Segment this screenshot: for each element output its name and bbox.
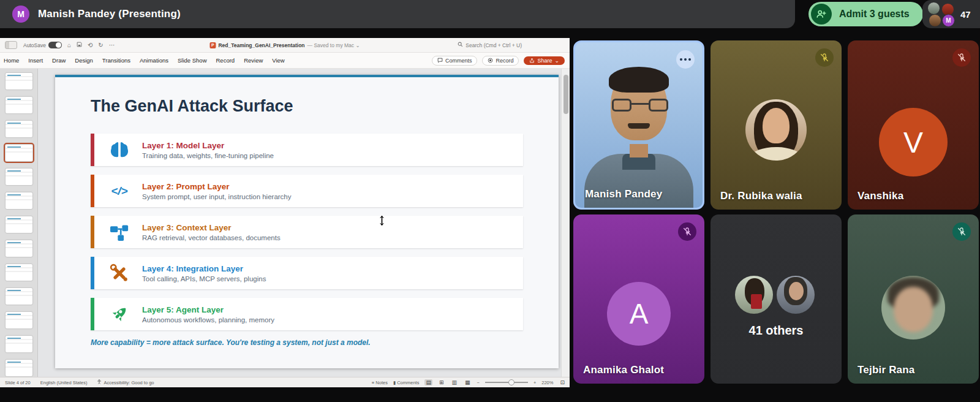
- accessibility-status[interactable]: Accessibility: Good to go: [104, 380, 154, 385]
- tools-icon: [108, 262, 131, 285]
- code-icon: </>: [108, 180, 131, 203]
- layer-subtitle: Tool calling, APIs, MCP servers, plugins: [142, 275, 266, 283]
- share-button[interactable]: Share ⌄: [524, 56, 565, 65]
- menu-view[interactable]: View: [272, 57, 284, 64]
- slide-thumbnail[interactable]: [6, 264, 32, 281]
- video-tile-tejbir[interactable]: Tejbir Rana: [848, 214, 979, 384]
- avatar: [735, 276, 773, 314]
- layer-row-integration: Layer 4: Integration Layer Tool calling,…: [91, 257, 523, 289]
- language-indicator[interactable]: English (United States): [40, 380, 88, 385]
- video-tile-manish[interactable]: Manish Pandey: [573, 40, 704, 210]
- slide-thumbnail[interactable]: [6, 336, 32, 352]
- autosave-toggle[interactable]: [48, 42, 62, 48]
- sidebar-toggle-icon[interactable]: [5, 41, 17, 49]
- slide-thumbnail[interactable]: [6, 121, 32, 137]
- resize-cursor: [378, 215, 386, 226]
- video-tile-vanshika[interactable]: V Vanshika: [848, 40, 979, 210]
- layer-subtitle: RAG retrieval, vector databases, documen…: [142, 234, 281, 241]
- slide-sorter-view-icon[interactable]: ⊞: [438, 379, 445, 385]
- presenter-name: Manish Pandey (Presenting): [38, 8, 181, 20]
- avatar-initial: V: [879, 108, 948, 176]
- mini-avatar: [929, 14, 941, 27]
- more-options-button[interactable]: [676, 50, 695, 69]
- undo-icon[interactable]: ⟲: [88, 42, 92, 48]
- zoom-level[interactable]: 220%: [541, 380, 553, 385]
- mic-muted-icon: [952, 48, 971, 67]
- share-chevron-icon: ⌄: [554, 58, 559, 64]
- menu-animations[interactable]: Animations: [140, 57, 168, 64]
- participant-name: Anamika Ghalot: [583, 364, 664, 376]
- vertical-scrollbar[interactable]: [561, 69, 570, 377]
- slideshow-view-icon[interactable]: ▦: [464, 379, 472, 385]
- slide-thumbnail[interactable]: [6, 216, 32, 233]
- layer-title: Layer 2: Prompt Layer: [142, 182, 292, 191]
- slide-thumbnail[interactable]: [6, 73, 32, 89]
- screen-share-powerpoint: AutoSave ⌂ ⟲ ↻ ⋯ P Red_Teaming_GenAI_Pre…: [0, 38, 570, 387]
- fit-to-window-icon[interactable]: ⊡: [559, 379, 566, 385]
- menu-home[interactable]: Home: [4, 57, 19, 64]
- avatar: [777, 276, 815, 314]
- slide-thumbnail[interactable]: [6, 288, 32, 305]
- participant-name: Dr. Rubika walia: [720, 190, 802, 202]
- layer-title: Layer 4: Integration Layer: [142, 264, 266, 273]
- zoom-slider-knob[interactable]: [508, 379, 514, 385]
- search-field[interactable]: Search (Cmd + Ctrl + U): [458, 42, 522, 48]
- notes-button[interactable]: ≡ Notes: [372, 380, 388, 385]
- comments-button[interactable]: Comments: [432, 56, 478, 66]
- layer-row-model: Layer 1: Model Layer Training data, weig…: [91, 134, 523, 166]
- slide-thumbnail[interactable]: [6, 240, 32, 257]
- record-button[interactable]: Record: [482, 56, 519, 66]
- home-icon[interactable]: ⌂: [67, 42, 71, 48]
- mic-muted-icon: [952, 222, 971, 241]
- video-tile-anamika[interactable]: A Anamika Ghalot: [573, 214, 704, 384]
- comments-statusbar-button[interactable]: ▮ Comments: [393, 380, 419, 385]
- zoom-out-button[interactable]: −: [477, 380, 479, 385]
- menu-record[interactable]: Record: [216, 57, 235, 64]
- more-commands-icon[interactable]: ⋯: [109, 42, 115, 48]
- participants-cluster[interactable]: M 47: [922, 0, 980, 28]
- slide-indicator[interactable]: Slide 4 of 20: [5, 380, 31, 385]
- admit-guests-button[interactable]: Admit 3 guests: [809, 2, 923, 26]
- menu-transitions[interactable]: Transitions: [102, 57, 130, 64]
- layer-subtitle: Training data, weights, fine-tuning pipe…: [142, 152, 274, 159]
- menu-design[interactable]: Design: [75, 57, 93, 64]
- normal-view-icon[interactable]: ▤: [424, 379, 432, 385]
- accessibility-icon: [97, 379, 102, 385]
- mini-avatar: M: [942, 14, 955, 27]
- document-title: Red_Teaming_GenAI_Presentation: [218, 42, 304, 48]
- slide-thumbnail-selected[interactable]: [6, 145, 32, 161]
- slide-thumbnail[interactable]: [6, 97, 32, 113]
- slide-thumbnail[interactable]: [6, 312, 32, 328]
- autosave-label: AutoSave: [23, 42, 46, 48]
- scrollbar-thumb[interactable]: [564, 75, 568, 114]
- layer-row-context: Layer 3: Context Layer RAG retrieval, ve…: [91, 216, 523, 248]
- document-saved-status[interactable]: — Saved to my Mac ⌄: [307, 42, 360, 48]
- slide-thumbnail[interactable]: [6, 360, 32, 376]
- current-slide: The GenAI Attack Surface Layer 1: Model …: [55, 75, 559, 368]
- slide-thumbnail-panel[interactable]: [0, 69, 38, 377]
- save-icon[interactable]: [77, 42, 82, 48]
- tile-41-others[interactable]: 41 others: [710, 214, 842, 384]
- reading-view-icon[interactable]: ▥: [450, 379, 458, 385]
- layer-title: Layer 5: Agent Layer: [142, 305, 274, 314]
- ppt-menubar: Home Insert Draw Design Transitions Anim…: [0, 53, 570, 69]
- layer-title: Layer 1: Model Layer: [142, 141, 274, 150]
- avatar: [745, 99, 807, 161]
- zoom-in-button[interactable]: +: [533, 380, 536, 385]
- video-tile-rubika[interactable]: Dr. Rubika walia: [710, 40, 842, 210]
- layer-subtitle: System prompt, user input, instruction h…: [142, 193, 292, 200]
- layer-subtitle: Autonomous workflows, planning, memory: [142, 316, 274, 324]
- mic-muted-icon: [815, 48, 834, 67]
- slide-thumbnail[interactable]: [6, 169, 32, 185]
- slide-thumbnail[interactable]: [6, 192, 32, 209]
- participant-mini-avatars: M: [927, 2, 956, 26]
- menu-slideshow[interactable]: Slide Show: [178, 57, 207, 64]
- slide-canvas: The GenAI Attack Surface Layer 1: Model …: [38, 69, 561, 377]
- powerpoint-app-icon: P: [209, 42, 216, 48]
- redo-icon[interactable]: ↻: [98, 42, 103, 48]
- menu-review[interactable]: Review: [244, 57, 263, 64]
- presenter-bar: M Manish Pandey (Presenting): [0, 0, 795, 28]
- menu-draw[interactable]: Draw: [52, 57, 66, 64]
- menu-insert[interactable]: Insert: [28, 57, 43, 64]
- zoom-slider[interactable]: [485, 382, 528, 383]
